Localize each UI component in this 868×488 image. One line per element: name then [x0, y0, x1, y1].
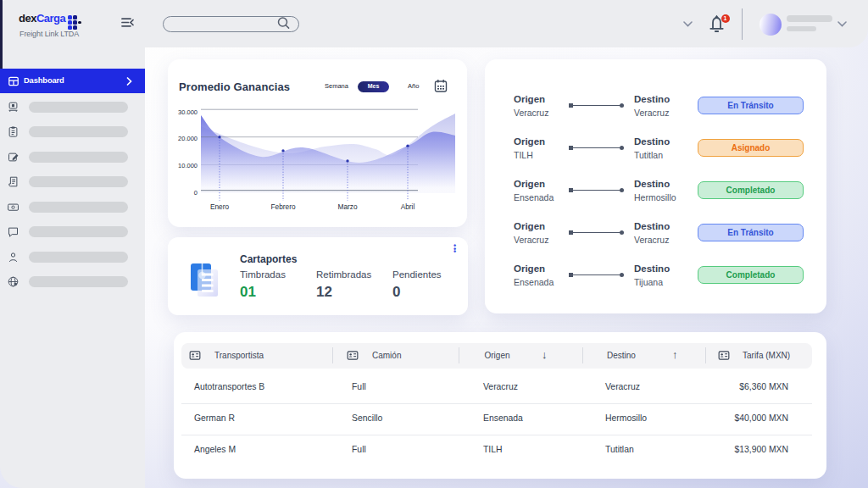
svg-text:Enero: Enero	[210, 202, 230, 211]
svg-text:20.000: 20.000	[178, 135, 198, 142]
svg-text:Marzo: Marzo	[337, 202, 357, 211]
svg-text:0: 0	[194, 189, 198, 197]
svg-text:Abril: Abril	[401, 202, 415, 211]
svg-text:Febrero: Febrero	[270, 202, 295, 211]
svg-text:10.000: 10.000	[178, 162, 198, 169]
svg-text:30.000: 30.000	[178, 108, 198, 116]
